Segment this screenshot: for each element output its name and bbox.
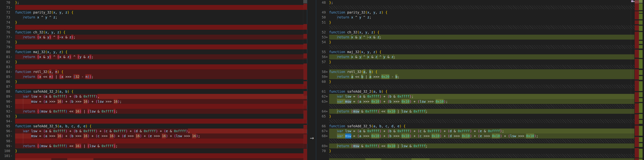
code-text[interactable]: function safeAdd_32_5(a, b, c, d, e) { bbox=[15, 124, 307, 128]
line-number[interactable]: 62 bbox=[316, 94, 326, 99]
code-line[interactable]: 85- return (x << n) | (x >>> (32 - n)); bbox=[0, 74, 307, 79]
code-line[interactable]: 53+ return x & y ^ ~x & z; bbox=[316, 35, 644, 40]
line-number[interactable]: 55 bbox=[316, 49, 326, 54]
code-line[interactable]: 95function safeAdd_32_5(a, b, c, d, e) { bbox=[0, 124, 307, 128]
code-text[interactable]: function maj_32(x, y, z) { bbox=[15, 49, 307, 54]
code-text[interactable]: function safeAdd_32_5(a, b, c, d, e) { bbox=[329, 124, 634, 128]
line-number[interactable] bbox=[316, 5, 326, 10]
code-line[interactable]: 79- bbox=[0, 45, 307, 49]
line-number[interactable]: 96 bbox=[0, 128, 10, 133]
code-text[interactable]: var lsw = (a & 0xffff) + (b & 0xffff), bbox=[15, 94, 307, 99]
code-text[interactable]: return (x & y) ^ (x & z) ^ (y & z); bbox=[15, 54, 307, 59]
code-text[interactable] bbox=[329, 138, 634, 143]
line-number[interactable]: 82 bbox=[0, 59, 10, 64]
line-number[interactable]: 68 bbox=[316, 133, 326, 138]
code-text[interactable] bbox=[329, 104, 634, 109]
code-text[interactable]: return x ^ y ^ z; bbox=[15, 15, 307, 20]
code-text[interactable]: } bbox=[15, 114, 307, 119]
code-line[interactable]: 72function parity_32(x, y, z) { bbox=[0, 10, 307, 15]
line-number[interactable]: 51 bbox=[316, 20, 326, 25]
code-line[interactable]: 67+ var lsw = (a & 0xffff) + (b & 0xffff… bbox=[316, 128, 644, 133]
line-number[interactable]: 54 bbox=[316, 40, 326, 45]
overview-ruler-left[interactable] bbox=[303, 0, 307, 160]
code-text[interactable]: function safeAdd_32_2(a, b) { bbox=[329, 89, 634, 94]
code-line[interactable]: 96- var lsw = (a & 0xffff) + (b & 0xffff… bbox=[0, 128, 307, 133]
line-number[interactable] bbox=[0, 158, 10, 160]
line-number[interactable]: 60 bbox=[316, 79, 326, 84]
code-line[interactable] bbox=[316, 158, 644, 160]
line-number[interactable]: 97 bbox=[0, 133, 10, 138]
line-number[interactable]: 76 bbox=[0, 30, 10, 35]
line-number[interactable]: 84 bbox=[0, 69, 10, 74]
line-number[interactable]: 69 bbox=[316, 143, 326, 148]
line-number[interactable]: 90 bbox=[0, 99, 10, 104]
line-number[interactable]: 53 bbox=[316, 35, 326, 40]
code-line[interactable]: 60} bbox=[316, 79, 644, 84]
line-number[interactable]: 57 bbox=[316, 59, 326, 64]
code-line[interactable]: 54} bbox=[316, 40, 644, 45]
code-text[interactable] bbox=[15, 138, 307, 143]
code-text[interactable]: return (x & y) ^ (~x & z); bbox=[15, 35, 307, 40]
line-number[interactable]: 48 bbox=[316, 0, 326, 5]
code-line[interactable]: 88function safeAdd_32_2(a, b) { bbox=[0, 89, 307, 94]
code-line[interactable]: 55function maj_32(x, y, z) { bbox=[316, 49, 644, 54]
line-number[interactable]: 52 bbox=[316, 30, 326, 35]
line-number[interactable]: 67 bbox=[316, 128, 326, 133]
code-text[interactable] bbox=[15, 5, 307, 10]
code-line[interactable] bbox=[0, 158, 307, 160]
line-number[interactable]: 91 bbox=[0, 104, 10, 109]
code-text[interactable]: return a << b | a >>> 0x20 - b; bbox=[329, 74, 634, 79]
code-text[interactable] bbox=[329, 45, 634, 49]
code-line[interactable]: 80function maj_32(x, y, z) { bbox=[0, 49, 307, 54]
code-line[interactable]: 74} bbox=[0, 20, 307, 25]
code-line[interactable]: 65} bbox=[316, 114, 644, 119]
code-text[interactable]: function ch_32(x, y, z) { bbox=[15, 30, 307, 35]
code-line[interactable]: 61function safeAdd_32_2(a, b) { bbox=[316, 89, 644, 94]
code-text[interactable]: var lsw = (a & 0xffff) + (b & 0xffff) + … bbox=[329, 128, 634, 133]
line-number[interactable] bbox=[316, 153, 326, 158]
code-text[interactable] bbox=[329, 158, 634, 160]
line-number[interactable]: 81 bbox=[0, 54, 10, 59]
scrollbar-slider-right[interactable] bbox=[635, 0, 642, 3]
code-text[interactable]: var lsw = (a & 0xffff) + (b & 0xffff) + … bbox=[15, 128, 307, 133]
code-line[interactable]: 81- return (x & y) ^ (x & z) ^ (y & z); bbox=[0, 54, 307, 59]
code-text[interactable] bbox=[329, 64, 634, 69]
code-line[interactable]: 84-function rotl_32(x, n) { bbox=[0, 69, 307, 74]
line-number[interactable] bbox=[316, 138, 326, 143]
code-line[interactable]: 87- bbox=[0, 84, 307, 89]
line-number[interactable]: 77 bbox=[0, 35, 10, 40]
line-number[interactable]: 65 bbox=[316, 114, 326, 119]
code-line[interactable]: 70} bbox=[316, 148, 644, 153]
code-text[interactable]: function ch_32(x, y, z) { bbox=[329, 30, 634, 35]
code-text[interactable]: function parity_32(x, y, z) { bbox=[15, 10, 307, 15]
code-line[interactable]: 98- bbox=[0, 138, 307, 143]
code-text[interactable]: return (msw & 0xffff) << 0x10 | lsw & 0x… bbox=[329, 109, 634, 114]
line-number[interactable]: 79 bbox=[0, 45, 10, 49]
line-number[interactable]: 49 bbox=[316, 10, 326, 15]
code-text[interactable]: } bbox=[329, 114, 634, 119]
line-number[interactable]: 85 bbox=[0, 74, 10, 79]
code-line[interactable]: 100} bbox=[0, 148, 307, 153]
line-number[interactable]: 89 bbox=[0, 94, 10, 99]
code-text[interactable] bbox=[15, 104, 307, 109]
code-text[interactable] bbox=[15, 25, 307, 30]
code-text[interactable] bbox=[15, 64, 307, 69]
code-line[interactable]: 83- bbox=[0, 64, 307, 69]
code-line[interactable]: 78} bbox=[0, 40, 307, 45]
line-number[interactable]: 101 bbox=[0, 153, 10, 158]
code-text[interactable]: msw = (a >>> 16) + (b >>> 16) + (c >>> 1… bbox=[15, 133, 307, 138]
code-line[interactable]: 69+ return (msw & 0xffff) << 0x10 | lsw … bbox=[316, 143, 644, 148]
code-text[interactable]: } bbox=[329, 40, 634, 45]
code-text[interactable]: function safeAdd_32_2(a, b) { bbox=[15, 89, 307, 94]
code-line[interactable]: 93} bbox=[0, 114, 307, 119]
code-text[interactable]: } bbox=[329, 148, 634, 153]
line-number[interactable]: 56 bbox=[316, 54, 326, 59]
line-number[interactable]: 66 bbox=[316, 124, 326, 128]
code-text[interactable]: } bbox=[15, 59, 307, 64]
line-number[interactable]: 80 bbox=[0, 49, 10, 54]
line-number[interactable]: 94 bbox=[0, 119, 10, 124]
line-number[interactable]: 98 bbox=[0, 138, 10, 143]
line-number[interactable]: 73 bbox=[0, 15, 10, 20]
code-text[interactable] bbox=[329, 25, 634, 30]
code-line[interactable]: 57} bbox=[316, 59, 644, 64]
